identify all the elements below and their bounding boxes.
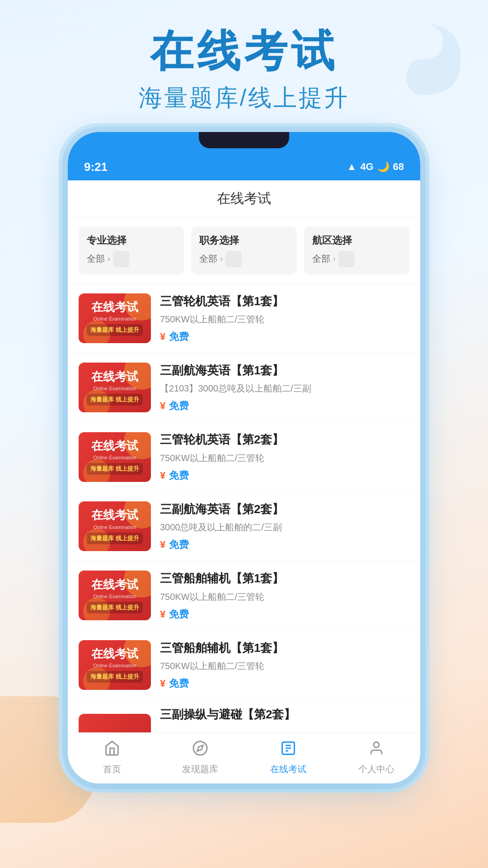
course-item-partial[interactable]: 三副操纵与避碰【第2套】 <box>68 700 420 732</box>
thumb-sub-1: Online Examination <box>93 316 136 321</box>
thumb-sub-5: Online Examination <box>93 594 136 599</box>
filter-position[interactable]: 职务选择 全部 › <box>191 226 296 274</box>
notch-area <box>68 132 420 152</box>
course-price-1: ¥ 免费 <box>160 330 409 344</box>
price-symbol-3: ¥ <box>160 470 165 481</box>
filter-position-icon <box>225 251 242 267</box>
nav-profile-label: 个人中心 <box>358 763 394 775</box>
course-item[interactable]: 在线考试 Online Examination 海量题库 线上提升 三管船舶辅机… <box>68 631 420 700</box>
course-thumbnail-1: 在线考试 Online Examination 海量题库 线上提升 <box>79 293 151 343</box>
price-symbol-6: ¥ <box>160 678 165 689</box>
thumb-bottom-3: 海量题库 线上提升 <box>87 463 143 475</box>
nav-exam[interactable]: 在线考试 <box>244 733 332 783</box>
thumb-main-5: 在线考试 <box>91 578 138 592</box>
exam-icon <box>280 740 296 760</box>
course-thumbnail-4: 在线考试 Online Examination 海量题库 线上提升 <box>79 501 151 551</box>
course-title-3: 三管轮机英语【第2套】 <box>160 431 409 448</box>
nav-discover[interactable]: 发现题库 <box>156 733 244 783</box>
hero-header: 在线考试 海量题库/线上提升 <box>0 0 488 132</box>
price-symbol-2: ¥ <box>160 400 165 412</box>
moon-icon: 🌙 <box>377 161 389 173</box>
app-header: 在线考试 <box>68 180 420 217</box>
thumb-bottom-2: 海量题库 线上提升 <box>87 394 143 406</box>
status-bar: 9:21 ▲ 4G 🌙 68 <box>68 152 420 180</box>
filter-position-value: 全部 › <box>199 251 288 267</box>
course-price-3: ¥ 免费 <box>160 469 409 482</box>
course-desc-3: 750KW以上船舶二/三管轮 <box>160 452 409 464</box>
filter-major[interactable]: 专业选择 全部 › <box>79 226 184 274</box>
course-list: 在线考试 Online Examination 海量题库 线上提升 三管轮机英语… <box>68 284 420 732</box>
price-symbol-4: ¥ <box>160 539 165 551</box>
course-info-2: 三副航海英语【第1套】 【2103】3000总吨及以上船舶二/三副 ¥ 免费 <box>160 362 409 413</box>
course-item[interactable]: 在线考试 Online Examination 海量题库 线上提升 三管轮机英语… <box>68 422 420 491</box>
course-price-5: ¥ 免费 <box>160 608 409 621</box>
thumb-main-2: 在线考试 <box>91 370 138 384</box>
chevron-right-icon-3: › <box>333 254 336 264</box>
filter-route-label: 航区选择 <box>312 234 401 247</box>
hero-sub-title: 海量题库/线上提升 <box>18 82 470 114</box>
course-thumbnail-6: 在线考试 Online Examination 海量题库 线上提升 <box>79 640 151 690</box>
thumb-main-6: 在线考试 <box>91 647 138 661</box>
phone-mockup-container: 9:21 ▲ 4G 🌙 68 在线考试 专业选择 全部 › <box>0 132 488 783</box>
price-free-6: 免费 <box>169 677 189 690</box>
price-free-2: 免费 <box>169 399 189 413</box>
price-free-4: 免费 <box>169 538 189 552</box>
course-item[interactable]: 在线考试 Online Examination 海量题库 线上提升 三管船舶辅机… <box>68 561 420 630</box>
thumb-main-3: 在线考试 <box>91 439 138 453</box>
signal-icon: ▲ <box>347 161 357 173</box>
course-info-3: 三管轮机英语【第2套】 750KW以上船舶二/三管轮 ¥ 免费 <box>160 431 409 482</box>
course-thumbnail-3: 在线考试 Online Examination 海量题库 线上提升 <box>79 432 151 482</box>
chevron-right-icon: › <box>108 254 110 264</box>
course-title-5: 三管船舶辅机【第1套】 <box>160 570 409 586</box>
price-free-5: 免费 <box>169 608 189 621</box>
chevron-right-icon-2: › <box>220 254 223 264</box>
course-info-5: 三管船舶辅机【第1套】 750KW以上船舶二/三管轮 ¥ 免费 <box>160 570 409 621</box>
course-title-1: 三管轮机英语【第1套】 <box>160 293 409 309</box>
course-price-4: ¥ 免费 <box>160 538 409 552</box>
course-info-1: 三管轮机英语【第1套】 750KW以上船舶二/三管轮 ¥ 免费 <box>160 293 409 344</box>
course-desc-1: 750KW以上船舶二/三管轮 <box>160 313 409 326</box>
course-title-6: 三管船舶辅机【第1套】 <box>160 640 409 656</box>
bottom-nav: 首页 发现题库 <box>68 732 420 783</box>
course-price-6: ¥ 免费 <box>160 677 409 690</box>
course-item[interactable]: 在线考试 Online Examination 海量题库 线上提升 三管轮机英语… <box>68 284 420 353</box>
course-info-6: 三管船舶辅机【第1套】 750KW以上船舶二/三管轮 ¥ 免费 <box>160 640 409 690</box>
svg-point-6 <box>374 742 379 747</box>
thumb-sub-2: Online Examination <box>93 386 136 391</box>
thumb-bottom-1: 海量题库 线上提升 <box>87 324 143 336</box>
nav-home[interactable]: 首页 <box>68 733 156 783</box>
thumb-bottom-4: 海量题库 线上提升 <box>87 533 143 544</box>
course-thumbnail-partial <box>79 714 151 732</box>
course-title-2: 三副航海英语【第1套】 <box>160 362 409 378</box>
thumb-main-1: 在线考试 <box>91 300 138 314</box>
price-free-1: 免费 <box>169 330 189 344</box>
filter-major-icon <box>113 251 129 267</box>
course-desc-4: 3000总吨及以上船舶的二/三副 <box>160 521 409 533</box>
network-label: 4G <box>360 161 373 173</box>
svg-point-0 <box>193 741 207 755</box>
course-thumbnail-2: 在线考试 Online Examination 海量题库 线上提升 <box>79 363 151 412</box>
compass-icon <box>192 740 208 760</box>
course-desc-5: 750KW以上船舶二/三管轮 <box>160 590 409 603</box>
status-time: 9:21 <box>84 160 108 174</box>
course-item[interactable]: 在线考试 Online Examination 海量题库 线上提升 三副航海英语… <box>68 353 420 422</box>
course-item[interactable]: 在线考试 Online Examination 海量题库 线上提升 三副航海英语… <box>68 492 420 561</box>
nav-profile[interactable]: 个人中心 <box>332 733 420 783</box>
nav-discover-label: 发现题库 <box>182 763 218 775</box>
battery-level: 68 <box>393 161 404 173</box>
filter-route-value: 全部 › <box>312 251 401 267</box>
price-symbol-5: ¥ <box>160 609 165 620</box>
thumb-sub-4: Online Examination <box>93 524 136 530</box>
course-title-partial: 三副操纵与避碰【第2套】 <box>160 706 296 722</box>
nav-home-label: 首页 <box>103 763 121 775</box>
filter-route[interactable]: 航区选择 全部 › <box>304 226 409 274</box>
thumb-main-4: 在线考试 <box>91 508 138 522</box>
filter-route-icon <box>338 251 355 267</box>
course-price-2: ¥ 免费 <box>160 399 409 413</box>
app-title: 在线考试 <box>217 191 271 206</box>
course-thumbnail-5: 在线考试 Online Examination 海量题库 线上提升 <box>79 571 151 620</box>
thumb-sub-6: Online Examination <box>93 663 136 668</box>
filter-major-label: 专业选择 <box>87 234 176 247</box>
thumb-bottom-6: 海量题库 线上提升 <box>87 671 143 683</box>
hero-main-title: 在线考试 <box>18 27 470 75</box>
